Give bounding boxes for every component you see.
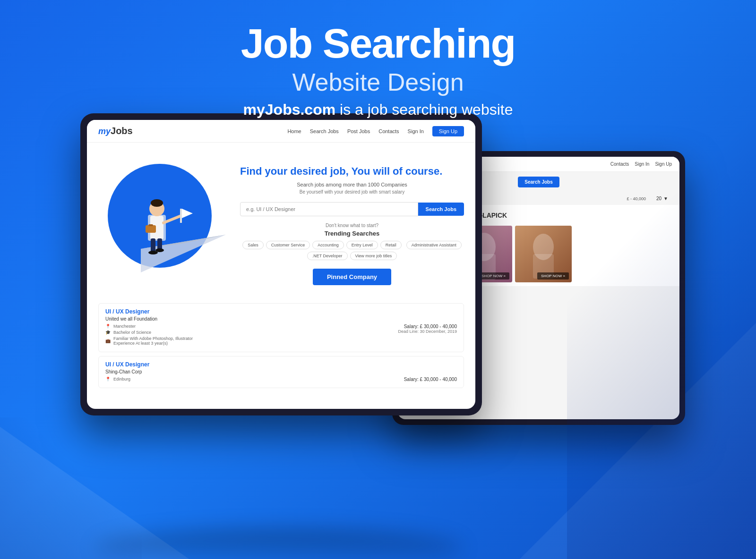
nav-post-jobs[interactable]: Post Jobs [347, 128, 370, 134]
ad-image-2: SHOP NOW » [515, 226, 572, 282]
hero-sub2: Be yourself with your desired job with s… [240, 189, 464, 195]
tag-retail[interactable]: Retail [380, 241, 402, 249]
nav-contacts[interactable]: Contacts [378, 128, 399, 134]
subtitle: Website Design [0, 68, 756, 96]
hero-content: Find your desired job, You will of cours… [231, 165, 464, 285]
search-button[interactable]: Search Jobs [418, 203, 464, 216]
main-device: myJobs Home Search Jobs Post Jobs Contac… [80, 113, 482, 415]
job-deadline-1: Dead Line: 30 December, 2019 [398, 329, 457, 334]
svg-marker-14 [182, 209, 193, 218]
job-card-2: UI / UX Designer Shing-Chan Corp 📍 Edinb… [98, 356, 464, 388]
trending-section: Don't know what to start? Trending Searc… [240, 223, 464, 260]
jobs-section: UI / UX Designer United we all Foundatio… [87, 303, 475, 388]
job-education-1: 🎓 Bachelor of Science [105, 330, 193, 335]
ad-brand: H H◆LAPICK [455, 209, 674, 222]
job-title-2[interactable]: UI / UX Designer [105, 361, 457, 368]
chevron-down-icon: ▼ [663, 196, 668, 201]
svg-rect-8 [148, 224, 153, 226]
main-title: Job Searching [0, 23, 756, 64]
svg-rect-13 [180, 209, 182, 223]
shop-now-btn-1[interactable]: SHOP NOW » [478, 272, 509, 280]
location-icon-2: 📍 [105, 377, 111, 381]
job-card-1: UI / UX Designer United we all Foundatio… [98, 303, 464, 352]
sec-nav-signup[interactable]: Sign Up [655, 161, 672, 167]
description: myJobs.com is a job searching website [0, 101, 756, 119]
tag-net-dev[interactable]: .NET Developer [307, 252, 348, 260]
description-rest: is a job searching website [335, 101, 513, 118]
hero-title: Find your desired job, You will of cours… [240, 165, 464, 178]
tag-sales[interactable]: Sales [242, 241, 264, 249]
secondary-search-button[interactable]: Search Jobs [518, 177, 559, 187]
search-bar: Search Jobs [240, 202, 464, 216]
education-icon: 🎓 [105, 330, 111, 335]
device-shadow [94, 529, 463, 559]
pinned-company-button[interactable]: Pinned Company [313, 269, 391, 285]
tag-view-more[interactable]: View more job titles [350, 252, 397, 260]
job-location-1: 📍 Manchester [105, 324, 193, 329]
salary-range-label: £ - 40,000 [627, 196, 646, 201]
job-location-2: 📍 Edinburg [105, 377, 130, 381]
main-device-screen: myJobs Home Search Jobs Post Jobs Contac… [87, 120, 475, 409]
job-salary-2: Salary: £ 30,000 - 40,000 [404, 377, 457, 383]
sec-nav-contacts[interactable]: Contacts [610, 161, 629, 167]
sec-nav-signin[interactable]: Sign In [635, 161, 649, 167]
trending-label: Don't know what to start? [240, 223, 464, 228]
job-company-2: Shing-Chan Corp [105, 369, 457, 374]
header-section: Job Searching Website Design myJobs.com … [0, 0, 756, 119]
ad-section: H H◆LAPICK [450, 205, 679, 286]
svg-point-12 [155, 248, 164, 252]
location-icon: 📍 [105, 324, 111, 329]
job-skills-1: 💼 Familiar With Adobe Photoshop, Illustr… [105, 336, 193, 346]
person-illustration [103, 154, 226, 291]
tag-entry-level[interactable]: Entry Level [346, 241, 378, 249]
logo-jobs: Jobs [111, 126, 133, 136]
hero-illustration [98, 154, 231, 296]
trending-title: Trending Searches [240, 230, 464, 237]
hero-subtitle: Search jobs among more than 1000 Compani… [240, 182, 464, 187]
brand-name: myJobs.com [243, 101, 336, 118]
nav-links: Home Search Jobs Post Jobs Contacts Sign… [287, 126, 464, 136]
hero-section: Find your desired job, You will of cours… [87, 143, 475, 303]
svg-rect-7 [146, 225, 156, 233]
svg-point-5 [151, 199, 163, 207]
page-select[interactable]: 20 ▼ [651, 194, 674, 203]
search-input[interactable] [240, 202, 418, 216]
nav-home[interactable]: Home [287, 128, 301, 134]
logo-my: my [98, 127, 111, 136]
navbar: myJobs Home Search Jobs Post Jobs Contac… [87, 120, 475, 143]
skills-icon: 💼 [105, 339, 111, 343]
ad-images: SHOP NOW » [455, 226, 674, 282]
devices-container: myJobs Home Search Jobs Post Jobs Contac… [71, 113, 685, 538]
job-salary-1: Salary: £ 30,000 - 40,000 [398, 324, 457, 329]
logo: myJobs [98, 126, 133, 136]
nav-search-jobs[interactable]: Search Jobs [310, 128, 339, 134]
nav-sign-in[interactable]: Sign In [408, 128, 424, 134]
tag-admin[interactable]: Administrative Assistant [406, 241, 462, 249]
svg-line-6 [163, 216, 181, 223]
job-company-1: United we all Foundation [105, 316, 457, 322]
job-title-1[interactable]: UI / UX Designer [105, 308, 457, 315]
tag-customer-service[interactable]: Customer Service [266, 241, 310, 249]
tag-accounting[interactable]: Accounting [312, 241, 344, 249]
svg-rect-9 [151, 238, 155, 253]
shop-now-btn-2[interactable]: SHOP NOW » [537, 272, 569, 280]
signup-button[interactable]: Sign Up [432, 126, 464, 136]
trending-tags: Sales Customer Service Accounting Entry … [240, 241, 464, 260]
